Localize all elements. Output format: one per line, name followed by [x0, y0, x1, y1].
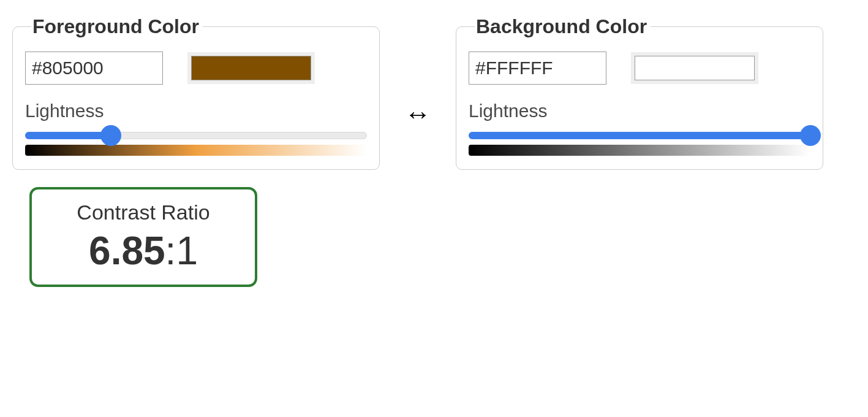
background-legend: Background Color [475, 15, 651, 38]
foreground-swatch [191, 56, 311, 80]
slider-fill [469, 132, 810, 139]
contrast-ratio-box: Contrast Ratio 6.85:1 [29, 187, 257, 287]
foreground-legend: Foreground Color [31, 15, 203, 38]
slider-fill [25, 132, 111, 139]
background-lightness-slider[interactable] [469, 130, 810, 141]
foreground-lightness-slider[interactable] [25, 130, 367, 141]
background-lightness-label: Lightness [469, 101, 810, 121]
contrast-ratio-title: Contrast Ratio [38, 201, 249, 224]
background-gradient-bar [469, 145, 810, 156]
slider-thumb [100, 125, 121, 146]
foreground-color-panel: Foreground Color Lightness [12, 15, 380, 170]
foreground-swatch-wrap[interactable] [187, 52, 315, 84]
background-swatch-wrap[interactable] [631, 52, 758, 84]
background-swatch [635, 56, 755, 80]
background-color-panel: Background Color Lightness [456, 15, 823, 170]
foreground-gradient-bar [25, 145, 367, 156]
contrast-ratio-suffix: :1 [165, 229, 198, 273]
contrast-ratio-number: 6.85 [89, 229, 165, 273]
swap-colors-button[interactable]: ↔ [404, 58, 431, 128]
foreground-hex-input[interactable] [25, 52, 163, 85]
background-hex-input[interactable] [469, 52, 606, 85]
slider-thumb [800, 125, 821, 146]
foreground-lightness-label: Lightness [25, 101, 367, 121]
contrast-ratio-value: 6.85:1 [38, 229, 249, 272]
